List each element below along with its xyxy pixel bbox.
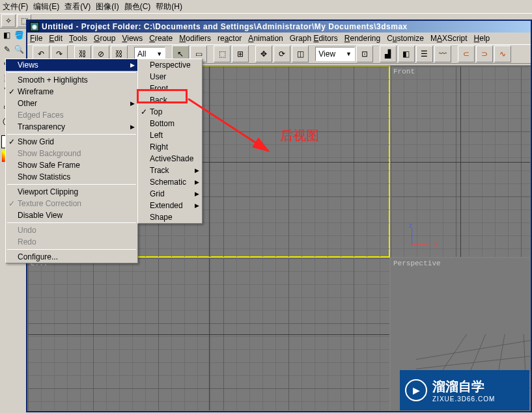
- outer-menu-view[interactable]: 查看(V): [64, 1, 91, 12]
- viewport-label-front: Front: [393, 68, 415, 75]
- sub-bottom[interactable]: Bottom: [138, 118, 202, 129]
- viewport-label-persp: Perspective: [393, 260, 441, 267]
- ctx-texture-correction: ✓Texture Correction: [6, 198, 137, 209]
- svg-line-0: [416, 340, 530, 359]
- ref-coord-dropdown[interactable]: View▼: [315, 47, 355, 61]
- window-title: Untitled - Project Folder: C:\Documents …: [42, 22, 408, 31]
- viewport-left[interactable]: L...: [28, 258, 389, 410]
- annotation-text: 后视图: [280, 127, 319, 144]
- sub-user[interactable]: User: [138, 71, 202, 83]
- menu-file[interactable]: File: [30, 34, 42, 43]
- ctx-smooth-highlights[interactable]: Smooth + Highlights: [6, 74, 137, 86]
- window-crossing-icon[interactable]: ⊞: [232, 46, 249, 62]
- menu-animation[interactable]: Animation: [248, 34, 283, 43]
- layers-icon[interactable]: ☰: [416, 46, 433, 62]
- ctx-redo: Redo: [6, 236, 137, 248]
- outer-menu-file[interactable]: 文件(F): [3, 1, 28, 12]
- viewport-front[interactable]: Front z x: [391, 66, 530, 257]
- titlebar: ◉ Untitled - Project Folder: C:\Document…: [27, 21, 531, 33]
- pivot-icon[interactable]: ⊡: [356, 46, 373, 62]
- menu-rendering[interactable]: Rendering: [344, 34, 380, 43]
- menu-customize[interactable]: Customize: [387, 34, 424, 43]
- watermark-play-icon: ▶: [405, 379, 427, 401]
- menu-reactor[interactable]: reactor: [217, 34, 242, 43]
- outer-menubar: 文件(F) 编辑(E) 查看(V) 图像(I) 颜色(C) 帮助(H): [0, 0, 532, 13]
- ctx-disable-view[interactable]: Disable View: [6, 209, 137, 221]
- select-region-icon[interactable]: ⬚: [214, 46, 231, 62]
- scale-icon[interactable]: ◫: [292, 46, 309, 62]
- bucket-icon[interactable]: 🪣: [14, 29, 25, 42]
- ctx-edged-faces: Edged Faces: [6, 109, 137, 121]
- svg-line-1: [416, 356, 530, 369]
- menu-grapheditors[interactable]: Graph Editors: [290, 34, 338, 43]
- axis-gizmo: z x: [406, 224, 432, 250]
- menu-edit[interactable]: Edit: [49, 34, 63, 43]
- align-icon[interactable]: ◧: [398, 46, 415, 62]
- ctx-wireframe[interactable]: ✓Wireframe: [6, 86, 137, 98]
- ctx-other[interactable]: Other▶: [6, 98, 137, 109]
- ctx-show-grid[interactable]: ✓Show Grid: [6, 136, 137, 148]
- ctx-show-statistics[interactable]: Show Statistics: [6, 171, 137, 183]
- menu-views[interactable]: Views: [122, 34, 143, 43]
- viewport-context-menu: Views▶ Smooth + Highlights ✓Wireframe Ot…: [5, 59, 138, 263]
- ctx-configure[interactable]: Configure...: [6, 251, 137, 263]
- sub-track[interactable]: Track▶: [138, 165, 202, 176]
- outer-menu-edit[interactable]: 编辑(E): [33, 1, 59, 12]
- sub-schematic[interactable]: Schematic▶: [138, 176, 202, 188]
- sub-perspective[interactable]: Perspective: [138, 59, 202, 71]
- ctx-views[interactable]: Views▶: [6, 59, 137, 71]
- spinner-snap-icon[interactable]: ∿: [494, 46, 511, 62]
- sub-activeshade[interactable]: ActiveShade: [138, 153, 202, 165]
- menu-maxscript[interactable]: MAXScript: [430, 34, 468, 43]
- outer-menu-help[interactable]: 帮助(H): [156, 1, 182, 12]
- move-icon[interactable]: ✥: [255, 46, 272, 62]
- sub-extended[interactable]: Extended▶: [138, 200, 202, 211]
- sub-grid[interactable]: Grid▶: [138, 188, 202, 200]
- curve-editor-icon[interactable]: 〰: [434, 46, 451, 62]
- ctx-viewport-clipping[interactable]: Viewport Clipping: [6, 186, 137, 198]
- snap-percent-icon[interactable]: ⊃: [476, 46, 493, 62]
- menu-modifiers[interactable]: Modifiers: [179, 34, 211, 43]
- menu-tools[interactable]: Tools: [69, 34, 87, 43]
- ctx-show-background: Show Background: [6, 148, 137, 159]
- sub-right[interactable]: Right: [138, 141, 202, 153]
- picker-icon[interactable]: ✎: [1, 43, 12, 56]
- outer-menu-color[interactable]: 颜色(C): [124, 1, 151, 12]
- sub-left[interactable]: Left: [138, 129, 202, 141]
- outer-menu-image[interactable]: 图像(I): [96, 1, 119, 12]
- ctx-transparency[interactable]: Transparency▶: [6, 121, 137, 133]
- menu-help[interactable]: Help: [474, 34, 490, 43]
- ctx-undo: Undo: [6, 224, 137, 236]
- watermark: ▶ 溜溜自学 ZIXUE.3D66.COM: [400, 370, 529, 410]
- watermark-title: 溜溜自学: [432, 378, 495, 395]
- menubar: File Edit Tools Group Views Create Modif…: [27, 33, 531, 44]
- zoom-icon[interactable]: 🔍: [14, 43, 25, 56]
- eraser-icon[interactable]: ◧: [1, 29, 12, 42]
- app-icon: ◉: [30, 22, 39, 31]
- ctx-show-safe-frame[interactable]: Show Safe Frame: [6, 159, 137, 171]
- sub-front[interactable]: Front: [138, 83, 202, 94]
- mirror-icon[interactable]: ▟: [380, 46, 397, 62]
- sub-back[interactable]: Back: [138, 94, 202, 106]
- watermark-url: ZIXUE.3D66.COM: [432, 395, 495, 403]
- snap-angle-icon[interactable]: ⊂: [458, 46, 475, 62]
- views-submenu: Perspective User Front Back ✓Top Bottom …: [137, 59, 203, 224]
- menu-create[interactable]: Create: [149, 34, 173, 43]
- sub-top[interactable]: ✓Top: [138, 106, 202, 118]
- menu-group[interactable]: Group: [94, 34, 115, 43]
- rotate-icon[interactable]: ⟳: [273, 46, 290, 62]
- tool-freesel-icon[interactable]: ✧: [1, 14, 16, 27]
- sub-shape[interactable]: Shape: [138, 211, 202, 223]
